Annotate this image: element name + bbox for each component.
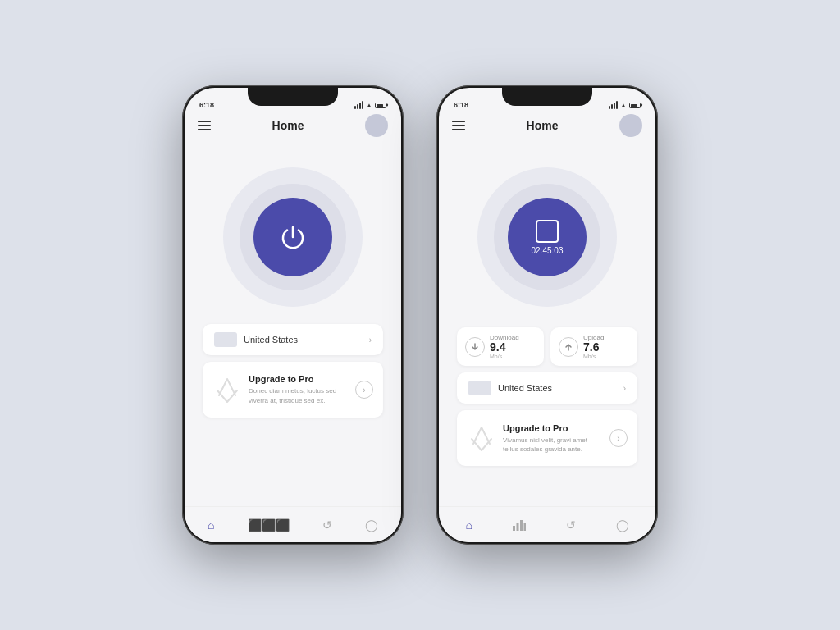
nav-profile-left[interactable]: ◯ [357,515,386,535]
download-value: 9.4 [490,341,519,354]
upload-unit: Mb/s [583,354,604,359]
signal-bars-left [354,101,363,109]
wifi-icon-left: ▲ [366,102,372,109]
history-icon-right: ↺ [566,518,576,532]
header-title-left: Home [272,119,304,132]
stats-icon-left: ⬛⬛⬛ [248,518,290,532]
hamburger-menu-right[interactable] [452,121,465,130]
location-row-left[interactable]: United States › [203,324,383,355]
upgrade-card-right[interactable]: Upgrade to Pro Vivamus nisl velit, gravi… [457,410,637,466]
stop-button-right[interactable]: 02:45:03 [508,198,587,276]
avatar-right[interactable] [619,114,642,137]
power-area-left [219,163,367,311]
flag-right [468,381,491,395]
svg-rect-2 [520,520,523,531]
location-name-left: United States [244,335,298,345]
download-unit: Mb/s [490,354,519,359]
notch-left [248,88,338,106]
nav-home-left[interactable]: ⌂ [199,515,222,535]
location-row-right[interactable]: United States › [457,372,637,404]
nav-stats-right[interactable] [504,516,534,534]
download-card-right: Download 9.4 Mb/s [457,327,544,366]
app-content-left: United States › Upgrade to Pro Donec dia… [185,144,401,506]
stop-area-right: 02:45:03 [473,163,621,311]
nav-home-right[interactable]: ⌂ [457,515,480,535]
nav-history-left[interactable]: ↺ [314,515,340,535]
power-icon-left [278,222,308,252]
avatar-left[interactable] [365,114,388,137]
nav-stats-left[interactable]: ⬛⬛⬛ [240,515,298,535]
upload-card-right: Upload 7.6 Mb/s [550,327,637,366]
stats-icon-right [513,519,526,531]
wifi-icon-right: ▲ [620,102,627,109]
download-icon-wrap [465,337,485,357]
phones-container: 6:18 ▲ [182,85,658,545]
upgrade-desc-left: Donec diam metus, luctus sed viverra at,… [249,386,349,404]
svg-rect-3 [523,523,526,531]
upgrade-title-left: Upgrade to Pro [249,374,349,384]
upload-value: 7.6 [583,341,604,354]
upgrade-arrow-left[interactable]: › [355,381,373,399]
stop-icon-right [536,220,559,243]
svg-rect-1 [516,523,518,531]
speed-stats-right: Download 9.4 Mb/s Upload [457,327,637,366]
phone-right: 6:18 ▲ [436,85,658,545]
app-header-left: Home [185,111,401,144]
upgrade-title-right: Upgrade to Pro [503,423,603,433]
nav-history-right[interactable]: ↺ [558,515,584,535]
location-name-right: United States [498,383,552,393]
phone-left: 6:18 ▲ [182,85,404,545]
flag-left [214,332,237,347]
upgrade-icon-left [212,370,242,409]
status-icons-left: ▲ [354,101,386,109]
home-icon-right: ⌂ [465,518,472,532]
app-content-right: 02:45:03 Download 9.4 Mb/s [439,144,655,506]
chevron-left: › [369,336,372,345]
upgrade-text-right: Upgrade to Pro Vivamus nisl velit, gravi… [503,423,603,454]
battery-icon-left [375,103,386,108]
svg-rect-0 [513,526,515,531]
status-time-left: 6:18 [199,101,214,109]
hamburger-menu-left[interactable] [198,121,211,130]
chevron-right: › [623,384,626,393]
status-icons-right: ▲ [609,101,641,109]
signal-bars-right [609,101,618,109]
app-header-right: Home [439,111,655,144]
profile-icon-right: ◯ [616,518,629,532]
notch-right [502,88,592,106]
status-time-right: 6:18 [454,101,468,109]
upgrade-card-left[interactable]: Upgrade to Pro Donec diam metus, luctus … [203,362,383,418]
timer-right: 02:45:03 [532,246,564,255]
upgrade-icon-right [467,418,496,458]
upload-icon-wrap [559,337,578,357]
bottom-nav-right: ⌂ ↺ ◯ [439,506,655,542]
profile-icon-left: ◯ [365,518,378,532]
battery-icon-right [629,103,641,108]
home-icon-left: ⌂ [208,518,214,532]
upgrade-text-left: Upgrade to Pro Donec diam metus, luctus … [249,374,349,404]
upgrade-desc-right: Vivamus nisl velit, gravi amet tellus so… [503,436,603,454]
nav-profile-right[interactable]: ◯ [608,515,637,535]
header-title-right: Home [527,119,559,132]
history-icon-left: ↺ [322,518,332,532]
upgrade-arrow-right[interactable]: › [609,429,628,447]
bottom-nav-left: ⌂ ⬛⬛⬛ ↺ ◯ [185,506,401,542]
power-button-left[interactable] [253,198,332,276]
